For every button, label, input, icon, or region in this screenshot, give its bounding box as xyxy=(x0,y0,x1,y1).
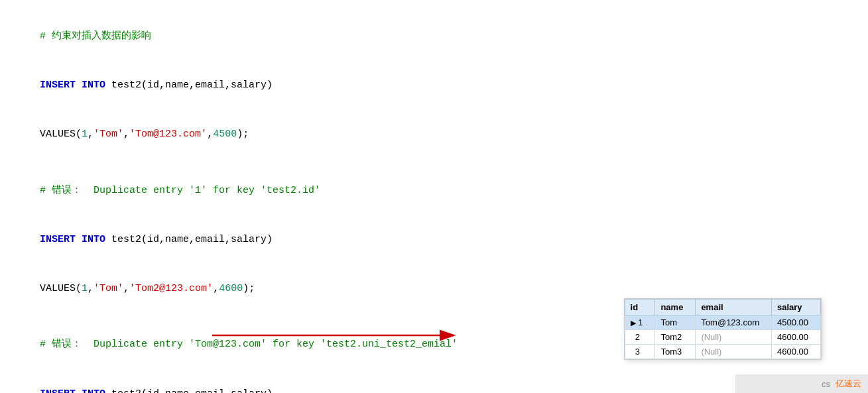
col-header-salary: salary xyxy=(772,300,821,315)
result-table: id name email salary ▶ 1 Tom Tom@123.com… xyxy=(625,299,821,359)
brand-logo: 亿速云 xyxy=(836,378,861,390)
row-email-null: (Null) xyxy=(696,330,772,345)
row-name: Tom xyxy=(655,315,696,330)
insert-line-1a: INSERT INTO test2(id,name,email,salary) xyxy=(16,61,852,110)
result-table-container: id name email salary ▶ 1 Tom Tom@123.com… xyxy=(624,298,822,360)
row-salary: 4600.00 xyxy=(772,345,821,359)
row-name: Tom2 xyxy=(655,330,696,345)
insert-line-1b: VALUES(1,'Tom','Tom@123.com',4500); xyxy=(16,111,852,160)
row-indicator: ▶ 1 xyxy=(625,315,655,330)
row-salary: 4600.00 xyxy=(772,330,821,345)
col-header-email: email xyxy=(696,300,772,315)
row-id: 3 xyxy=(625,345,655,359)
comment-line-2: # 错误： Duplicate entry '1' for key 'test2… xyxy=(16,166,852,215)
bottom-bar: cs 亿速云 xyxy=(735,374,868,393)
code-area: # 约束对插入数据的影响 INSERT INTO test2(id,name,e… xyxy=(0,0,868,393)
row-email-null: (Null) xyxy=(696,345,772,359)
row-salary: 4500.00 xyxy=(772,315,821,330)
insert-line-3a: INSERT INTO test2(id,name,email,salary) xyxy=(16,370,852,393)
red-arrow xyxy=(212,322,464,352)
col-header-id: id xyxy=(625,300,655,315)
row-id: 2 xyxy=(625,330,655,345)
col-header-name: name xyxy=(655,300,696,315)
comment-line-1: # 约束对插入数据的影响 xyxy=(16,12,852,61)
table-row: 3 Tom3 (Null) 4600.00 xyxy=(625,345,820,359)
row-email: Tom@123.com xyxy=(696,315,772,330)
insert-line-2a: INSERT INTO test2(id,name,email,salary) xyxy=(16,215,852,264)
table-row: 2 Tom2 (Null) 4600.00 xyxy=(625,330,820,345)
row-name: Tom3 xyxy=(655,345,696,359)
table-row: ▶ 1 Tom Tom@123.com 4500.00 xyxy=(625,315,820,330)
cs-logo: cs xyxy=(822,379,830,389)
